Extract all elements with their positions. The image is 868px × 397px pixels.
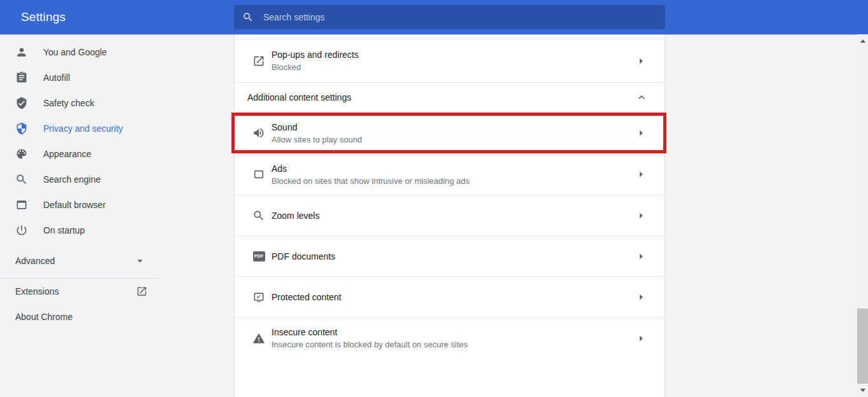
row-title: PDF documents	[272, 250, 335, 263]
row-title: Insecure content	[272, 326, 468, 338]
chevron-right-icon	[634, 331, 648, 345]
row-popups-and-redirects[interactable]: Pop-ups and redirects Blocked	[235, 39, 665, 83]
row-insecure-content[interactable]: Insecure content Insecure content is blo…	[235, 317, 665, 359]
settings-header: Settings	[0, 0, 868, 34]
open-in-new-icon	[252, 55, 265, 67]
sidebar-item-label: On startup	[43, 225, 85, 235]
partial-row-top	[235, 34, 665, 39]
chevron-right-icon	[634, 249, 648, 263]
assignment-icon	[15, 71, 28, 84]
page-title: Settings	[21, 10, 65, 24]
chevron-down-icon	[134, 254, 146, 267]
sidebar-item-default-browser[interactable]: Default browser	[0, 192, 159, 218]
advanced-label: Advanced	[15, 256, 55, 266]
sidebar-item-label: Safety check	[43, 98, 94, 108]
row-protected-content[interactable]: Protected content	[235, 277, 665, 317]
sidebar-item-autofill[interactable]: Autofill	[0, 65, 159, 90]
pdf-badge: PDF	[253, 251, 265, 261]
chevron-right-icon	[634, 209, 648, 223]
sidebar-item-label: You and Google	[43, 47, 107, 57]
sidebar-item-label: Privacy and security	[43, 123, 123, 134]
row-subtitle: Blocked on sites that show intrusive or …	[272, 175, 469, 187]
monitor-check-icon	[252, 291, 265, 303]
row-pdf-documents[interactable]: PDF PDF documents	[235, 236, 665, 277]
sidebar-item-safety-check[interactable]: Safety check	[0, 90, 159, 116]
scroll-down-arrow-icon[interactable]	[857, 385, 868, 396]
row-title: Pop-ups and redirects	[272, 48, 359, 61]
chevron-up-icon	[635, 91, 648, 104]
search-input[interactable]	[262, 11, 657, 23]
row-subtitle: Blocked	[272, 61, 359, 73]
row-additional-content-settings[interactable]: Additional content settings	[235, 83, 665, 113]
sidebar: You and Google Autofill Safety check Pri…	[0, 34, 159, 330]
sidebar-item-search-engine[interactable]: Search engine	[0, 167, 159, 192]
row-zoom-levels[interactable]: Zoom levels	[235, 195, 665, 236]
sidebar-item-label: Autofill	[43, 73, 70, 83]
ads-icon	[252, 168, 265, 181]
magnifier-icon	[252, 209, 265, 222]
vertical-scrollbar[interactable]	[857, 34, 868, 397]
chevron-right-icon	[634, 54, 648, 68]
chevron-right-icon	[634, 126, 648, 140]
search-settings-bar[interactable]	[234, 5, 665, 29]
sidebar-item-advanced[interactable]: Advanced	[0, 248, 159, 274]
browser-window-icon	[15, 198, 28, 211]
row-sound[interactable]: Sound Allow sites to play sound	[235, 113, 665, 154]
scrollbar-thumb[interactable]	[857, 309, 868, 384]
shield-check-icon	[15, 97, 28, 109]
sidebar-item-about-chrome[interactable]: About Chrome	[0, 304, 159, 330]
extensions-label: Extensions	[15, 286, 59, 296]
volume-up-icon	[252, 127, 265, 139]
site-settings-card: Pop-ups and redirects Blocked Additional…	[234, 34, 665, 397]
card-filler	[235, 359, 665, 396]
power-icon	[15, 224, 28, 237]
person-icon	[15, 46, 28, 59]
row-subtitle: Allow sites to play sound	[272, 134, 362, 146]
sidebar-item-on-startup[interactable]: On startup	[0, 218, 159, 243]
palette-icon	[15, 148, 28, 160]
row-title: Ads	[272, 162, 469, 175]
sidebar-item-label: Appearance	[43, 149, 92, 159]
row-title: Sound	[272, 121, 362, 134]
pdf-icon: PDF	[252, 250, 265, 263]
sidebar-item-you-and-google[interactable]: You and Google	[0, 39, 159, 65]
sidebar-item-label: Default browser	[43, 200, 106, 210]
open-in-new-icon	[136, 286, 148, 297]
row-title: Zoom levels	[272, 209, 319, 222]
section-title: Additional content settings	[247, 91, 351, 104]
sidebar-item-extensions[interactable]: Extensions	[0, 279, 159, 304]
row-ads[interactable]: Ads Blocked on sites that show intrusive…	[235, 154, 665, 195]
chevron-right-icon	[634, 290, 648, 304]
chevron-right-icon	[634, 167, 648, 181]
search-icon	[242, 11, 254, 23]
security-shield-icon	[15, 122, 28, 135]
sidebar-item-appearance[interactable]: Appearance	[0, 141, 159, 167]
about-chrome-label: About Chrome	[15, 312, 72, 322]
row-subtitle: Insecure content is blocked by default o…	[272, 338, 468, 351]
scroll-up-arrow-icon[interactable]	[857, 36, 868, 46]
row-title: Protected content	[272, 291, 341, 303]
search-icon	[15, 173, 28, 186]
sidebar-item-privacy-and-security[interactable]: Privacy and security	[0, 116, 159, 141]
warning-icon	[252, 332, 265, 345]
sidebar-item-label: Search engine	[43, 174, 100, 185]
